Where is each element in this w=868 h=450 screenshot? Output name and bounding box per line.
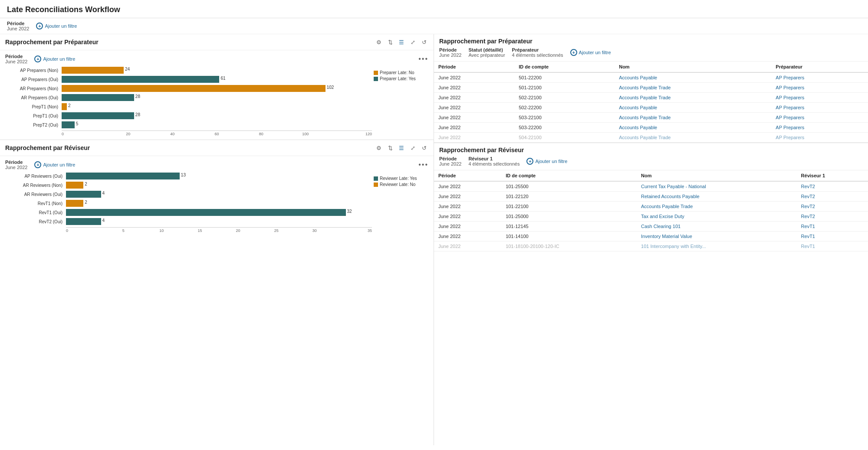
rev-chart-add-filter[interactable]: + Ajouter un filtre — [34, 161, 75, 168]
rev-chart-dots-menu[interactable]: ••• — [418, 161, 428, 169]
prep-chart-dots-menu[interactable]: ••• — [418, 55, 428, 63]
cell-reviseur[interactable]: RevT2 — [797, 202, 868, 212]
plus-circle-icon-prep: + — [34, 55, 41, 62]
sort-icon-rev[interactable]: ⇅ — [386, 143, 395, 152]
cell-reviseur[interactable]: RevT2 — [797, 192, 868, 202]
prep-bar-chart: AP Preparers (Non) 24 AP Preparers (Oui) — [5, 67, 428, 136]
cell-nom[interactable]: Accounts Payable Trade — [615, 113, 771, 123]
main-layout: Rapprochement par Préparateur ⚙ ⇅ ☰ ⤢ ↺ … — [0, 34, 868, 445]
global-period-value: June 2022 — [7, 26, 29, 31]
table-row: June 2022 101-25500 Current Tax Payable … — [434, 181, 868, 192]
cell-preparateur[interactable]: AP Preparers — [771, 133, 868, 143]
cell-preparateur[interactable]: AP Preparers — [771, 93, 868, 103]
cell-nom[interactable]: Current Tax Payable - National — [637, 181, 797, 192]
cell-reviseur[interactable]: RevT1 — [797, 232, 868, 241]
cell-period: June 2022 — [434, 72, 514, 83]
cell-nom[interactable]: Accounts Payable Trade — [615, 133, 771, 143]
bar-row-ar-prep-oui: AR Preparers (Oui) 28 — [5, 94, 372, 101]
cell-period: June 2022 — [434, 212, 501, 222]
rev-table-add-filter[interactable]: + Ajouter un filtre — [526, 158, 567, 165]
global-period-label: Période — [7, 21, 29, 26]
list-icon[interactable]: ☰ — [397, 38, 406, 46]
bar-row-prept1-non: PrepT1 (Non) 2 — [5, 103, 372, 110]
prep-table-add-filter[interactable]: + Ajouter un filtre — [570, 49, 611, 56]
rev-table-title: Rapprochement par Réviseur — [439, 147, 863, 153]
cell-id: 503-22100 — [514, 113, 615, 123]
prep-col-nom: Nom — [615, 62, 771, 72]
rev-chart-period-label: Période — [5, 160, 27, 165]
table-row: June 2022 101-22100 Accounts Payable Tra… — [434, 202, 868, 212]
prep-chart-legend: Preparer Late: No Preparer Late: Yes — [372, 67, 428, 85]
cell-reviseur[interactable]: RevT2 — [797, 212, 868, 222]
plus-circle-icon-prep-table: + — [570, 49, 577, 56]
list-icon-rev[interactable]: ☰ — [397, 143, 406, 152]
cell-nom[interactable]: Accounts Payable Trade — [615, 93, 771, 103]
cell-reviseur[interactable]: RevT1 — [797, 222, 868, 232]
table-row: June 2022 101-12145 Cash Clearing 101 Re… — [434, 222, 868, 232]
cell-nom[interactable]: Accounts Payable — [615, 123, 771, 133]
rev-table-filter-rev-label: Réviseur 1 — [468, 156, 519, 161]
table-row: June 2022 101-18100-20100-120-IC 101 Int… — [434, 241, 868, 251]
plus-circle-icon: + — [36, 23, 43, 29]
cell-preparateur[interactable]: AP Preparers — [771, 83, 868, 93]
cell-id: 503-22200 — [514, 123, 615, 133]
cell-nom[interactable]: Accounts Payable — [615, 103, 771, 113]
cell-period: June 2022 — [434, 113, 514, 123]
refresh-icon[interactable]: ↺ — [420, 38, 428, 46]
cell-nom[interactable]: Inventory Material Value — [637, 232, 797, 241]
settings-icon[interactable]: ⚙ — [375, 38, 383, 46]
cell-id: 501-22200 — [514, 72, 615, 83]
preparateur-chart-title: Rapprochement par Préparateur — [5, 39, 99, 46]
cell-id: 501-22100 — [514, 83, 615, 93]
cell-nom[interactable]: Cash Clearing 101 — [637, 222, 797, 232]
rev-table-wrapper: Période ID de compte Nom Réviseur 1 June… — [434, 170, 868, 251]
table-row: June 2022 502-22200 Accounts Payable AP … — [434, 103, 868, 113]
rev-col-period: Période — [434, 170, 501, 181]
prep-table-filter-period-value: June 2022 — [439, 52, 461, 58]
cell-reviseur[interactable]: RevT1 — [797, 241, 868, 251]
cell-period: June 2022 — [434, 241, 501, 251]
cell-nom[interactable]: Accounts Payable Trade — [637, 202, 797, 212]
cell-preparateur[interactable]: AP Preparers — [771, 103, 868, 113]
cell-id: 101-22100 — [501, 202, 637, 212]
cell-nom[interactable]: Tax and Excise Duty — [637, 212, 797, 222]
prep-chart-add-filter[interactable]: + Ajouter un filtre — [34, 55, 75, 62]
bar-row-prept2-oui: PrepT2 (Oui) 5 — [5, 121, 372, 128]
cell-preparateur[interactable]: AP Preparers — [771, 72, 868, 83]
cell-nom[interactable]: Accounts Payable Trade — [615, 83, 771, 93]
cell-reviseur[interactable]: RevT2 — [797, 181, 868, 192]
expand-icon-rev[interactable]: ⤢ — [408, 143, 417, 152]
rev-chart-legend: Reviewer Late: Yes Reviewer Late: No — [372, 173, 428, 190]
cell-id: 101-12145 — [501, 222, 637, 232]
table-row: June 2022 504-22100 Accounts Payable Tra… — [434, 133, 868, 143]
settings-icon-rev[interactable]: ⚙ — [375, 143, 383, 152]
cell-id: 101-22120 — [501, 192, 637, 202]
cell-period: June 2022 — [434, 232, 501, 241]
rev-bar-chart: AP Reviewers (Oui) 13 AR Reviewers (Non) — [5, 173, 428, 233]
bar-row-ar-prep-non: AR Preparers (Non) 102 — [5, 85, 372, 92]
cell-id: 502-22100 — [514, 93, 615, 103]
cell-period: June 2022 — [434, 222, 501, 232]
cell-id: 101-18100-20100-120-IC — [501, 241, 637, 251]
cell-nom[interactable]: Accounts Payable — [615, 72, 771, 83]
cell-id: 101-25500 — [501, 181, 637, 192]
bar-row-ap-rev-oui: AP Reviewers (Oui) 13 — [5, 173, 372, 179]
table-row: June 2022 501-22200 Accounts Payable AP … — [434, 72, 868, 83]
expand-icon[interactable]: ⤢ — [408, 38, 417, 46]
cell-preparateur[interactable]: AP Preparers — [771, 123, 868, 133]
prep-table-filter-prep-label: Préparateur — [512, 47, 563, 52]
cell-period: June 2022 — [434, 202, 501, 212]
refresh-icon-rev[interactable]: ↺ — [420, 143, 428, 152]
sort-icon[interactable]: ⇅ — [386, 38, 395, 46]
global-add-filter-button[interactable]: + Ajouter un filtre — [33, 21, 80, 31]
rev-chart-period-value: June 2022 — [5, 165, 27, 170]
preparateur-data-table: Période ID de compte Nom Préparateur Jun… — [434, 62, 868, 143]
cell-id: 502-22200 — [514, 103, 615, 113]
cell-nom[interactable]: Retained Accounts Payable — [637, 192, 797, 202]
cell-preparateur[interactable]: AP Preparers — [771, 113, 868, 123]
cell-nom[interactable]: 101 Intercompany with Entity... — [637, 241, 797, 251]
table-row: June 2022 501-22100 Accounts Payable Tra… — [434, 83, 868, 93]
prep-table-wrapper: Période ID de compte Nom Préparateur Jun… — [434, 62, 868, 143]
prep-col-period: Période — [434, 62, 514, 72]
bar-row-ap-prep-non: AP Preparers (Non) 24 — [5, 67, 372, 74]
